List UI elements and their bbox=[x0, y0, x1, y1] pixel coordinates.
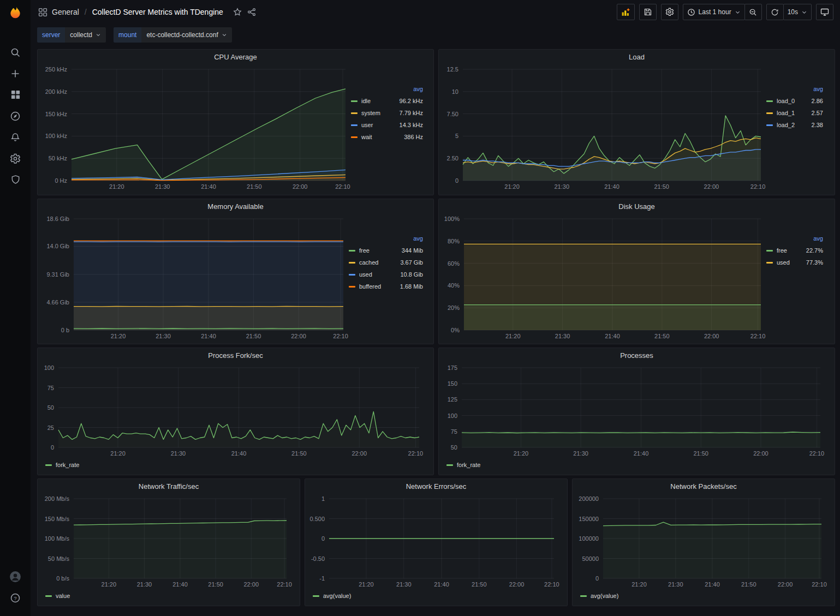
sidebar-item-alerting[interactable] bbox=[0, 127, 31, 148]
sidebar-item-explore[interactable] bbox=[0, 105, 31, 127]
legend-item[interactable]: avg(value) bbox=[313, 593, 351, 599]
svg-text:22:10: 22:10 bbox=[812, 581, 827, 588]
time-picker-button[interactable]: Last 1 hour bbox=[683, 4, 745, 20]
series-name[interactable]: idle bbox=[361, 98, 371, 104]
series-name[interactable]: avg(value) bbox=[323, 593, 351, 599]
timeseries-chart[interactable]: 025507510021:2021:3021:4021:5022:0022:10 bbox=[40, 362, 425, 458]
timeseries-chart[interactable]: 0%20%40%60%80%100%21:2021:3021:4021:5022… bbox=[441, 213, 766, 341]
legend-item[interactable]: system7.79 kHz bbox=[351, 107, 424, 118]
save-dashboard-button[interactable] bbox=[639, 4, 657, 20]
svg-text:-0.50: -0.50 bbox=[311, 555, 325, 562]
zoom-out-time-button[interactable] bbox=[744, 4, 762, 20]
sidebar-item-create[interactable] bbox=[0, 63, 31, 84]
breadcrumb-folder[interactable]: General bbox=[52, 8, 79, 16]
sidebar-item-configuration[interactable] bbox=[0, 148, 31, 169]
series-name[interactable]: load_1 bbox=[777, 110, 795, 116]
grafana-logo[interactable] bbox=[0, 0, 31, 26]
star-icon[interactable] bbox=[233, 8, 242, 16]
series-name[interactable]: system bbox=[361, 110, 380, 116]
timeseries-chart[interactable]: 0 Hz50 kHz100 kHz150 kHz200 kHz250 kHz21… bbox=[40, 64, 351, 192]
panel-header[interactable]: Load bbox=[439, 50, 835, 64]
series-name[interactable]: wait bbox=[361, 134, 372, 140]
legend-item[interactable]: buffered1.68 Mib bbox=[349, 281, 424, 292]
panel-header[interactable]: Memory Available bbox=[38, 199, 433, 213]
series-name[interactable]: free bbox=[777, 247, 787, 254]
series-name[interactable]: fork_rate bbox=[457, 462, 480, 468]
legend-item[interactable]: free344 Mib bbox=[349, 245, 424, 256]
dashboard-title[interactable]: CollectD Server Metrics with TDengine bbox=[92, 8, 223, 16]
panel-title[interactable]: Network Errors/sec bbox=[406, 482, 467, 491]
series-name[interactable]: fork_rate bbox=[56, 462, 79, 468]
panel-title[interactable]: Processes bbox=[620, 351, 653, 360]
series-name[interactable]: avg(value) bbox=[591, 593, 618, 599]
svg-text:21:50: 21:50 bbox=[247, 183, 262, 190]
timeseries-chart[interactable]: 02.5057.501012.521:2021:3021:4021:5022:0… bbox=[441, 64, 766, 192]
svg-text:100000: 100000 bbox=[579, 535, 599, 542]
series-name[interactable]: used bbox=[359, 271, 372, 278]
timeseries-chart[interactable]: 0 b/s50 Mb/s100 Mb/s150 Mb/s200 Mb/s21:2… bbox=[40, 493, 292, 589]
help-icon: ? bbox=[10, 593, 21, 603]
series-name[interactable]: buffered bbox=[359, 283, 381, 290]
legend-item[interactable]: load_22.38 bbox=[766, 119, 824, 130]
series-name[interactable]: cached bbox=[359, 259, 378, 266]
add-panel-button[interactable] bbox=[617, 4, 635, 20]
panel-header[interactable]: Network Errors/sec bbox=[305, 479, 567, 493]
legend-item[interactable]: load_02.86 bbox=[766, 95, 824, 106]
legend-item[interactable]: cached3.67 Gib bbox=[349, 257, 424, 268]
refresh-button[interactable] bbox=[766, 4, 784, 20]
panel-title[interactable]: CPU Average bbox=[214, 53, 257, 61]
legend-item[interactable]: load_12.57 bbox=[766, 107, 824, 118]
panel-header[interactable]: Network Packets/sec bbox=[573, 479, 835, 493]
series-name[interactable]: load_0 bbox=[777, 98, 795, 104]
panel-title[interactable]: Disk Usage bbox=[618, 202, 654, 211]
panel-header[interactable]: Process Fork/sec bbox=[38, 348, 433, 362]
panel-header[interactable]: Disk Usage bbox=[439, 199, 835, 213]
sidebar-item-dashboards[interactable] bbox=[0, 84, 31, 105]
panel-title[interactable]: Network Traffic/sec bbox=[139, 482, 199, 491]
panel-header[interactable]: Network Traffic/sec bbox=[38, 479, 300, 493]
panel-title[interactable]: Memory Available bbox=[207, 202, 263, 211]
svg-text:21:50: 21:50 bbox=[208, 581, 223, 588]
legend-item[interactable]: fork_rate bbox=[45, 462, 79, 468]
legend-item[interactable]: idle96.2 kHz bbox=[351, 95, 424, 106]
avatar bbox=[9, 571, 21, 583]
timeseries-chart[interactable]: 0 b4.66 Gib9.31 Gib14.0 Gib18.6 Gib21:20… bbox=[40, 213, 349, 341]
series-name[interactable]: value bbox=[56, 593, 70, 599]
legend-item[interactable]: wait386 Hz bbox=[351, 131, 424, 142]
series-name[interactable]: user bbox=[361, 122, 373, 128]
series-avg-value: 1.68 Mib bbox=[400, 283, 424, 290]
legend-item[interactable]: avg(value) bbox=[580, 593, 618, 599]
svg-text:125: 125 bbox=[448, 396, 457, 403]
variable-value-dropdown[interactable]: collectd bbox=[65, 27, 106, 43]
legend-item[interactable]: free22.7% bbox=[766, 245, 824, 256]
panel-title[interactable]: Process Fork/sec bbox=[208, 351, 263, 360]
panel-header[interactable]: Processes bbox=[439, 348, 835, 362]
cycle-view-button[interactable] bbox=[816, 4, 833, 20]
timeseries-chart[interactable]: 05000010000015000020000021:2021:3021:402… bbox=[575, 493, 827, 589]
sidebar-item-help[interactable]: ? bbox=[0, 587, 31, 608]
sidebar-item-profile[interactable] bbox=[0, 566, 31, 587]
svg-text:22:00: 22:00 bbox=[291, 333, 306, 339]
series-color-swatch bbox=[351, 100, 358, 102]
share-icon[interactable] bbox=[247, 8, 256, 16]
series-name[interactable]: used bbox=[777, 259, 790, 266]
legend-item[interactable]: fork_rate bbox=[446, 462, 480, 468]
sidebar-item-server-admin[interactable] bbox=[0, 169, 31, 190]
series-name[interactable]: free bbox=[359, 247, 370, 254]
panel-title[interactable]: Load bbox=[629, 53, 645, 61]
panel-title[interactable]: Network Packets/sec bbox=[670, 482, 736, 491]
refresh-interval-button[interactable]: 10s bbox=[783, 4, 812, 20]
legend: fork_rate bbox=[40, 458, 431, 471]
legend-item[interactable]: used10.8 Gib bbox=[349, 269, 424, 280]
timeseries-chart[interactable]: -1-0.5000.500121:2021:3021:4021:5022:002… bbox=[307, 493, 559, 589]
variable-value-dropdown[interactable]: etc-collectd-collectd.conf bbox=[141, 27, 231, 43]
legend-item[interactable]: value bbox=[45, 593, 70, 599]
legend-item[interactable]: user14.3 kHz bbox=[351, 119, 424, 130]
sidebar-item-search[interactable] bbox=[0, 41, 31, 63]
series-name[interactable]: load_2 bbox=[777, 122, 795, 128]
svg-text:200000: 200000 bbox=[579, 495, 599, 502]
legend-item[interactable]: used77.3% bbox=[766, 257, 824, 268]
timeseries-chart[interactable]: 507510012515017521:2021:3021:4021:5022:0… bbox=[441, 362, 826, 458]
panel-header[interactable]: CPU Average bbox=[38, 50, 433, 64]
dashboard-settings-button[interactable] bbox=[661, 4, 678, 20]
